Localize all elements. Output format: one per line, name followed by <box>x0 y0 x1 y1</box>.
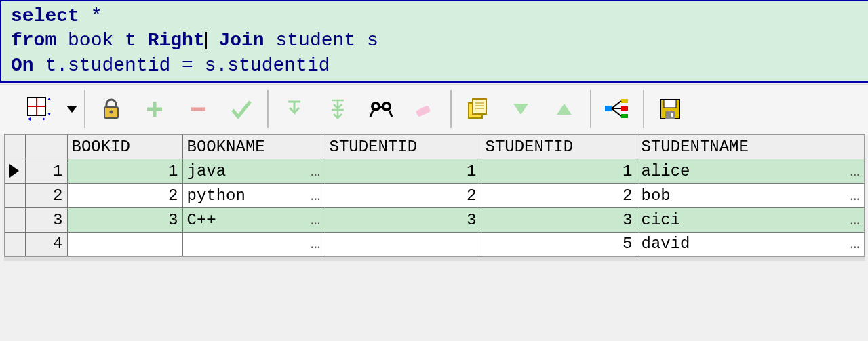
cell-bookid[interactable]: 2 <box>67 183 182 207</box>
cell-expand-icon[interactable]: … <box>307 162 320 180</box>
cell-bookname[interactable]: java… <box>182 159 325 183</box>
cell-bookid[interactable] <box>67 232 182 256</box>
svg-rect-22 <box>621 99 628 103</box>
cell-expand-icon[interactable]: … <box>307 235 320 253</box>
kw-on: On <box>11 55 34 76</box>
eraser-button[interactable] <box>406 90 443 128</box>
svg-rect-17 <box>473 99 486 114</box>
cell-studentid[interactable]: 1 <box>481 159 637 183</box>
kw-right: Right <box>148 30 205 51</box>
cell-expand-icon[interactable]: … <box>846 186 860 205</box>
sql-editor[interactable]: select * from book t Right Join student … <box>0 0 868 81</box>
cell-bookname[interactable]: python… <box>182 183 325 207</box>
cell-bookname[interactable]: C++… <box>182 207 325 232</box>
cell-studentname[interactable]: cici… <box>637 207 865 232</box>
kw-join: Join <box>208 30 264 51</box>
col-bookname[interactable]: BOOKNAME <box>182 134 325 159</box>
fetch-next-button[interactable] <box>275 90 313 128</box>
cell-studentid[interactable]: 5 <box>481 232 637 256</box>
row-marker <box>5 183 25 207</box>
results-toolbar <box>0 85 868 134</box>
svg-rect-12 <box>379 106 383 108</box>
cell-expand-icon[interactable]: … <box>846 162 860 180</box>
header-row: BOOKID BOOKNAME STUDENTID STUDENTID STUD… <box>5 134 865 159</box>
cell-studentid[interactable]: 3 <box>481 207 637 232</box>
remove-button[interactable] <box>179 90 217 128</box>
cell-bookid[interactable]: 3 <box>67 207 182 232</box>
schema-button[interactable] <box>598 90 636 128</box>
col-bookid[interactable]: BOOKID <box>67 134 182 159</box>
svg-rect-29 <box>664 100 676 108</box>
svg-line-14 <box>389 111 392 117</box>
cell-expand-icon[interactable]: … <box>307 186 320 205</box>
svg-line-27 <box>612 108 621 116</box>
cell-studentid[interactable]: 2 <box>325 183 481 207</box>
row-marker <box>5 207 25 232</box>
svg-rect-15 <box>416 105 431 117</box>
grid-dropdown-icon[interactable] <box>66 106 77 113</box>
svg-rect-24 <box>621 114 628 118</box>
svg-rect-21 <box>605 106 612 111</box>
find-button[interactable] <box>362 90 400 128</box>
row-number: 1 <box>25 159 67 183</box>
marker-header <box>5 134 25 159</box>
separator <box>590 90 591 128</box>
separator <box>450 90 452 128</box>
table-row[interactable]: 1 1 java… 1 1 alice… <box>5 159 865 183</box>
row-marker <box>5 232 25 256</box>
svg-point-4 <box>110 111 113 114</box>
cell-studentid[interactable]: 3 <box>325 207 481 232</box>
col-studentid2[interactable]: STUDENTID <box>481 134 637 159</box>
svg-line-13 <box>370 111 373 117</box>
table-row[interactable]: 3 3 C++… 3 3 cici… <box>5 207 865 232</box>
col-studentname[interactable]: STUDENTNAME <box>637 134 865 159</box>
row-number: 3 <box>25 207 67 232</box>
cell-expand-icon[interactable]: … <box>846 235 860 253</box>
cell-studentid[interactable]: 2 <box>481 183 637 207</box>
cell-expand-icon[interactable]: … <box>846 211 860 229</box>
cell-studentname[interactable]: alice… <box>637 159 865 183</box>
row-number: 4 <box>25 232 67 256</box>
col-studentid1[interactable]: STUDENTID <box>325 134 481 159</box>
separator <box>267 90 269 128</box>
row-number: 2 <box>25 183 67 207</box>
cell-studentid[interactable]: 1 <box>325 159 481 183</box>
svg-rect-31 <box>671 113 673 117</box>
grid-footer <box>4 257 865 261</box>
current-row-marker <box>5 159 25 183</box>
svg-point-11 <box>384 104 389 108</box>
separator <box>84 90 85 128</box>
add-button[interactable] <box>136 90 174 128</box>
rownum-header <box>25 134 67 159</box>
cell-bookid[interactable]: 1 <box>67 159 182 183</box>
separator <box>643 90 644 128</box>
fetch-all-button[interactable] <box>319 90 357 128</box>
commit-button[interactable] <box>222 90 260 128</box>
svg-rect-23 <box>621 106 628 111</box>
results-grid[interactable]: BOOKID BOOKNAME STUDENTID STUDENTID STUD… <box>4 134 865 257</box>
svg-line-25 <box>612 101 621 108</box>
text-cursor <box>205 32 207 49</box>
cell-studentid[interactable] <box>325 232 481 256</box>
sort-desc-button[interactable] <box>502 90 540 128</box>
lock-button[interactable] <box>92 90 130 128</box>
svg-point-10 <box>374 104 378 108</box>
copy-button[interactable] <box>458 90 496 128</box>
kw-from: from <box>11 30 56 51</box>
table-row[interactable]: 2 2 python… 2 2 bob… <box>5 183 865 207</box>
sort-asc-button[interactable] <box>545 90 583 128</box>
kw-select: select <box>11 5 79 26</box>
cell-bookname[interactable]: … <box>182 232 325 256</box>
cell-expand-icon[interactable]: … <box>307 211 320 229</box>
grid-button[interactable] <box>20 90 58 128</box>
cell-studentname[interactable]: david… <box>637 232 865 256</box>
cell-studentname[interactable]: bob… <box>637 183 865 207</box>
table-row[interactable]: 4 … 5 david… <box>5 232 865 256</box>
save-button[interactable] <box>651 90 689 128</box>
